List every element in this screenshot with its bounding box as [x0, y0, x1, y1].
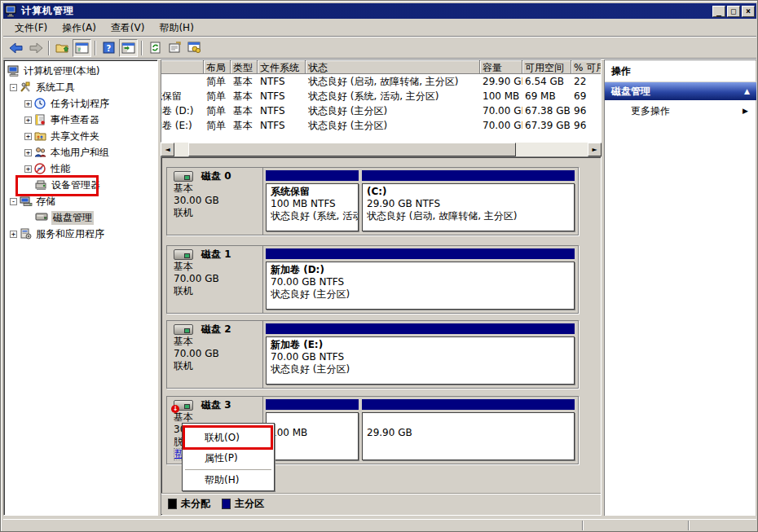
expand-toggle[interactable]: +: [24, 133, 32, 140]
tree-item-shared-folders[interactable]: + 共享文件夹: [4, 128, 157, 144]
toolbar: ?: [3, 37, 756, 59]
action-pane-icon[interactable]: [119, 39, 138, 57]
column-header-type[interactable]: 类型: [231, 60, 258, 74]
menu-action[interactable]: 操作(A): [55, 20, 103, 37]
disk-row-1[interactable]: 磁盘 1 基本 70.00 GB 联机 新加卷 (D:) 70.00 GB NT…: [166, 245, 579, 314]
disk-drive-offline-icon: ↓: [174, 400, 193, 411]
back-icon[interactable]: [7, 39, 25, 57]
legend-label: 未分配: [181, 497, 210, 511]
maximize-button[interactable]: □: [727, 6, 740, 17]
more-actions-item[interactable]: 更多操作 ▶: [605, 100, 756, 121]
menu-help[interactable]: 帮助(H): [152, 20, 200, 37]
refresh-icon[interactable]: [146, 39, 165, 57]
collapse-section-icon[interactable]: ▲: [744, 87, 750, 95]
tree-item-label: 任务计划程序: [51, 97, 109, 111]
volume-type: 基本: [231, 119, 258, 133]
column-header-layout[interactable]: 布局: [204, 60, 231, 74]
disk-label[interactable]: 磁盘 2 基本 70.00 GB 联机: [167, 321, 263, 388]
volume-row[interactable]: 系统保留 简单 基本 NTFS 状态良好 (系统, 活动, 主分区) 100 M…: [161, 89, 602, 103]
computer-management-window: 计算机管理 _ □ × 文件(F) 操作(A) 查看(V) 帮助(H) ?: [0, 0, 758, 532]
help-topics-icon[interactable]: [185, 39, 204, 57]
tree-item-performance[interactable]: + 性能: [4, 160, 157, 177]
submenu-arrow-icon: ▶: [743, 107, 748, 115]
context-menu-item-online[interactable]: 联机(O): [183, 428, 274, 448]
tree-item-services-applications[interactable]: + 服务和应用程序: [4, 226, 157, 242]
volume-row[interactable]: 新加卷 (E:) 简单 基本 NTFS 状态良好 (主分区) 70.00 GB …: [161, 118, 602, 133]
title-bar: 计算机管理 _ □ ×: [3, 3, 756, 19]
column-header-free-space[interactable]: 可用空间: [522, 60, 571, 74]
performance-icon: [34, 163, 47, 174]
close-button[interactable]: ×: [742, 6, 755, 17]
disk-size: 70.00 GB: [174, 273, 258, 285]
scrollbar-thumb[interactable]: [188, 143, 516, 156]
partition-e[interactable]: 新加卷 (E:) 70.00 GB NTFS 状态良好 (主分区): [266, 323, 575, 385]
column-header-filesystem[interactable]: 文件系统: [258, 60, 306, 74]
volume-percent-free: 69: [571, 90, 602, 102]
expand-toggle[interactable]: +: [24, 165, 32, 173]
volume-layout: 简单: [204, 104, 231, 118]
disk-row-0[interactable]: 磁盘 0 基本 30.00 GB 联机 系统保留 100 MB NTFS 状态良…: [166, 167, 579, 235]
tree-item-task-scheduler[interactable]: + 任务计划程序: [4, 95, 157, 112]
expand-toggle[interactable]: +: [24, 117, 32, 124]
context-menu-item-help[interactable]: 帮助(H): [183, 472, 274, 489]
column-header-capacity[interactable]: 容量: [480, 60, 522, 74]
disk-type: 基本: [174, 336, 258, 348]
action-section-header[interactable]: 磁盘管理 ▲: [605, 82, 756, 100]
tree-item-label: 性能: [51, 162, 70, 176]
partition-status: 状态良好 (启动, 故障转储, 主分区): [367, 210, 570, 222]
volume-status: 状态良好 (启动, 故障转储, 主分区): [306, 75, 480, 89]
tree-item-system-tools[interactable]: - 系统工具: [4, 79, 157, 95]
disk-drive-icon: [174, 171, 193, 182]
collapse-toggle[interactable]: -: [10, 198, 17, 205]
forward-icon[interactable]: [26, 39, 45, 57]
toolbar-separator: [48, 41, 50, 55]
console-tree-icon[interactable]: [73, 39, 91, 57]
disk-name: 磁盘 3: [201, 399, 231, 411]
tree-item-computer-management[interactable]: 计算机管理(本地): [4, 63, 157, 79]
collapse-toggle[interactable]: -: [10, 84, 17, 91]
partition-system-reserved[interactable]: 系统保留 100 MB NTFS 状态良好 (系统, 活动, 主分区): [266, 170, 359, 231]
expand-toggle[interactable]: +: [10, 231, 17, 238]
column-header-percent-free[interactable]: % 可用: [571, 60, 602, 74]
disk-label[interactable]: 磁盘 0 基本 30.00 GB 联机: [167, 168, 263, 235]
window-title: 计算机管理: [21, 4, 74, 18]
volume-row[interactable]: (C:) 简单 基本 NTFS 状态良好 (启动, 故障转储, 主分区) 29.…: [161, 74, 602, 89]
partition-c[interactable]: (C:) 29.90 GB NTFS 状态良好 (启动, 故障转储, 主分区): [362, 170, 575, 231]
volume-row[interactable]: 新加卷 (D:) 简单 基本 NTFS 状态良好 (主分区) 70.00 GB …: [161, 103, 602, 118]
context-menu-item-properties[interactable]: 属性(P): [183, 448, 274, 468]
tree-item-device-manager[interactable]: 设备管理器: [4, 177, 157, 193]
partition-unlabeled-small[interactable]: 100 MB: [266, 399, 359, 460]
menu-file[interactable]: 文件(F): [8, 20, 54, 37]
tree-item-event-viewer[interactable]: + 事件查看器: [4, 112, 157, 128]
disk-status: 联机: [174, 360, 258, 372]
scroll-right-icon[interactable]: ►: [588, 143, 602, 156]
partition-size: 100 MB: [271, 427, 354, 439]
legend-primary-partition: 主分区: [222, 497, 264, 511]
storage-icon: [20, 196, 33, 207]
expand-toggle[interactable]: +: [24, 100, 32, 108]
more-actions-label: 更多操作: [631, 104, 670, 118]
tree-item-disk-management[interactable]: 磁盘管理: [4, 209, 157, 226]
help-icon[interactable]: ?: [99, 39, 118, 57]
volume-percent-free: 22: [571, 76, 602, 87]
properties-icon[interactable]: [165, 39, 184, 57]
shared-folders-icon: [34, 130, 47, 142]
scroll-left-icon[interactable]: ◄: [161, 143, 174, 156]
column-header-volume[interactable]: 卷: [161, 60, 204, 74]
partition-unlabeled-large[interactable]: 29.90 GB: [362, 399, 575, 460]
disk-label[interactable]: 磁盘 1 基本 70.00 GB 联机: [167, 246, 263, 313]
disk-row-2[interactable]: 磁盘 2 基本 70.00 GB 联机 新加卷 (E:) 70.00 GB NT…: [166, 320, 579, 389]
tree-item-local-users-groups[interactable]: + 本地用户和组: [4, 144, 157, 160]
minimize-button[interactable]: _: [712, 6, 725, 17]
expand-toggle[interactable]: +: [24, 149, 32, 156]
column-header-status[interactable]: 状态: [306, 60, 480, 74]
menu-bar: 文件(F) 操作(A) 查看(V) 帮助(H): [3, 20, 756, 37]
disk-context-menu: 联机(O) 属性(P) 帮助(H): [182, 423, 275, 491]
horizontal-scrollbar[interactable]: ◄ ►: [161, 143, 602, 156]
partition-title: 系统保留: [271, 186, 354, 198]
volume-filesystem: NTFS: [258, 76, 306, 87]
menu-view[interactable]: 查看(V): [104, 20, 152, 37]
up-folder-icon[interactable]: [53, 39, 72, 57]
tree-item-storage[interactable]: - 存储: [4, 193, 157, 209]
partition-d[interactable]: 新加卷 (D:) 70.00 GB NTFS 状态良好 (主分区): [266, 248, 575, 310]
